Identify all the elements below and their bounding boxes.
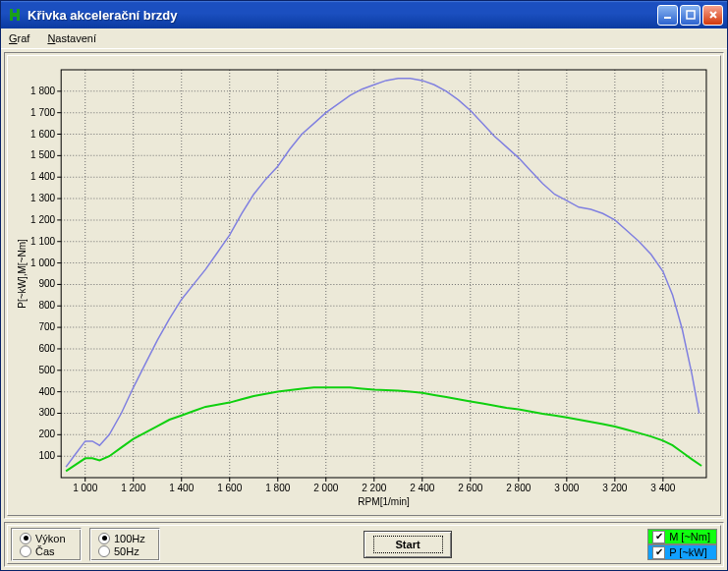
svg-text:1 000: 1 000 [73, 483, 98, 493]
svg-text:1 800: 1 800 [265, 483, 291, 493]
close-button[interactable] [702, 5, 723, 26]
svg-text:900: 900 [38, 278, 55, 289]
svg-text:1 600: 1 600 [30, 129, 56, 140]
radio-label: 50Hz [114, 545, 140, 557]
chart: 1002003004005006007008009001 0001 1001 2… [14, 62, 714, 509]
svg-rect-3 [664, 17, 671, 19]
window-buttons [657, 5, 723, 26]
svg-text:600: 600 [38, 343, 55, 354]
radio-label: 100Hz [114, 533, 145, 544]
svg-text:1 800: 1 800 [30, 86, 56, 96]
svg-text:1 400: 1 400 [30, 171, 56, 182]
svg-text:400: 400 [38, 386, 55, 397]
checkbox-icon[interactable]: ✔ [652, 546, 665, 559]
svg-text:2 800: 2 800 [506, 483, 532, 493]
radio-50hz[interactable]: 50Hz [98, 545, 151, 557]
app-icon [7, 7, 23, 23]
radio-vykon[interactable]: Výkon [20, 533, 73, 544]
svg-text:200: 200 [38, 428, 55, 439]
svg-text:3 000: 3 000 [554, 483, 580, 493]
legend: ✔ M [~Nm] ✔ P [~kW] [647, 528, 717, 561]
svg-text:1 200: 1 200 [30, 214, 56, 225]
svg-text:2 400: 2 400 [410, 483, 435, 493]
radio-label: Výkon [35, 533, 66, 544]
svg-text:1 600: 1 600 [217, 483, 243, 493]
start-button[interactable]: Start [364, 531, 452, 558]
svg-text:1 000: 1 000 [30, 257, 56, 268]
bottom-panel: Výkon Čas 100Hz 50Hz [4, 522, 724, 567]
menu-graf[interactable]: Graf [5, 31, 33, 45]
radio-icon [20, 533, 31, 544]
svg-text:2 600: 2 600 [458, 483, 483, 493]
legend-item-p[interactable]: ✔ P [~kW] [647, 544, 717, 560]
svg-text:1 400: 1 400 [169, 483, 195, 493]
svg-text:500: 500 [38, 365, 55, 375]
svg-text:1 500: 1 500 [30, 149, 56, 160]
radio-label: Čas [35, 545, 55, 557]
radio-icon [98, 545, 110, 557]
minimize-button[interactable] [657, 5, 678, 26]
svg-text:300: 300 [38, 407, 55, 418]
maximize-button[interactable] [680, 5, 700, 26]
svg-rect-100 [61, 70, 706, 478]
svg-text:2 000: 2 000 [313, 483, 339, 493]
mode-group: Výkon Čas [11, 528, 82, 561]
svg-text:3 400: 3 400 [650, 483, 676, 493]
svg-text:1 700: 1 700 [30, 107, 56, 118]
radio-icon [98, 533, 110, 544]
svg-text:1 200: 1 200 [121, 483, 146, 493]
legend-label: M [~Nm] [669, 531, 710, 542]
svg-rect-2 [13, 13, 17, 17]
window-title: Křivka akcelerační brzdy [28, 8, 657, 23]
menubar: Graf Nastavení [1, 29, 727, 49]
content: 1002003004005006007008009001 0001 1001 2… [1, 49, 727, 570]
svg-rect-4 [687, 11, 695, 19]
svg-rect-1 [17, 9, 20, 21]
svg-text:700: 700 [38, 321, 55, 332]
menu-nastaveni[interactable]: Nastavení [43, 31, 100, 45]
svg-text:100: 100 [38, 450, 55, 461]
legend-label: P [~kW] [669, 546, 707, 558]
svg-text:RPM[1/min]: RPM[1/min] [358, 496, 410, 507]
svg-text:1 100: 1 100 [30, 236, 56, 247]
checkbox-icon[interactable]: ✔ [652, 531, 665, 543]
svg-text:3 200: 3 200 [602, 483, 628, 493]
svg-text:1 300: 1 300 [30, 193, 56, 203]
titlebar[interactable]: Křivka akcelerační brzdy [1, 1, 727, 29]
freq-group: 100Hz 50Hz [89, 528, 160, 561]
svg-text:P[~kW],M[~Nm]: P[~kW],M[~Nm] [17, 239, 28, 309]
chart-panel: 1002003004005006007008009001 0001 1001 2… [4, 52, 724, 519]
radio-100hz[interactable]: 100Hz [98, 533, 151, 544]
radio-icon [20, 545, 31, 557]
svg-text:800: 800 [38, 300, 55, 311]
legend-item-m[interactable]: ✔ M [~Nm] [647, 529, 717, 544]
radio-cas[interactable]: Čas [20, 545, 73, 557]
svg-rect-0 [10, 9, 13, 21]
svg-text:2 200: 2 200 [362, 483, 387, 493]
window: Křivka akcelerační brzdy Graf Nastavení … [0, 0, 728, 571]
